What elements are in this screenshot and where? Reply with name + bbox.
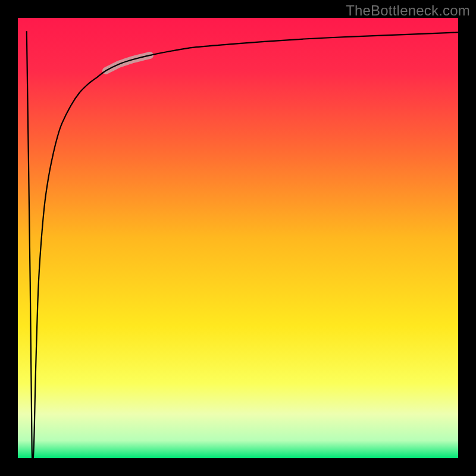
bottleneck-chart	[0, 0, 476, 476]
chart-container: TheBottleneck.com	[0, 0, 476, 476]
watermark-text: TheBottleneck.com	[346, 2, 470, 19]
chart-background	[18, 18, 458, 458]
